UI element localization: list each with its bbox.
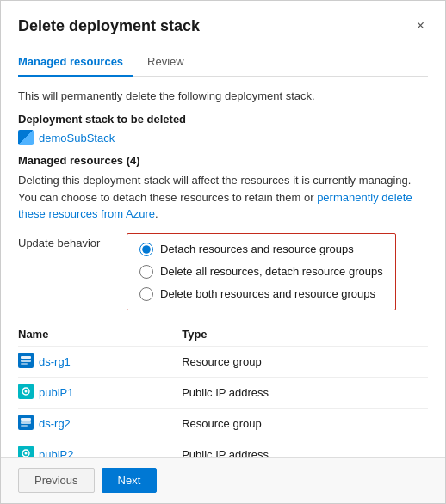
radio-option-delete-all[interactable]: Delete all resources, detach resource gr… bbox=[139, 265, 383, 279]
radio-group: Detach resources and resource groups Del… bbox=[127, 233, 396, 310]
tab-managed-resources[interactable]: Managed resources bbox=[18, 48, 133, 77]
radio-detach[interactable] bbox=[139, 243, 153, 256]
resource-type: Public IP address bbox=[182, 439, 428, 457]
resource-name-cell: publP2 bbox=[18, 439, 182, 457]
previous-button[interactable]: Previous bbox=[18, 468, 95, 493]
svg-point-13 bbox=[25, 452, 28, 454]
resource-type: Resource group bbox=[182, 346, 428, 377]
update-behavior-label: Update behavior bbox=[18, 233, 113, 249]
managed-resources-label: Managed resources (4) bbox=[18, 154, 428, 167]
stack-icon bbox=[18, 130, 34, 145]
table-row: ds-rg1Resource group bbox=[18, 346, 428, 377]
resource-type: Resource group bbox=[182, 408, 428, 439]
radio-detach-label: Detach resources and resource groups bbox=[160, 243, 354, 255]
resource-group-icon bbox=[18, 353, 34, 371]
dialog-title: Delete deployment stack bbox=[18, 17, 200, 35]
close-button[interactable]: × bbox=[413, 15, 428, 37]
radio-option-detach[interactable]: Detach resources and resource groups bbox=[139, 243, 383, 256]
deployment-stack-label: Deployment stack to be deleted bbox=[18, 113, 428, 126]
svg-point-6 bbox=[25, 390, 28, 392]
resource-type: Public IP address bbox=[182, 377, 428, 408]
radio-delete-both[interactable] bbox=[139, 287, 153, 301]
svg-rect-10 bbox=[21, 425, 28, 427]
svg-rect-3 bbox=[21, 363, 28, 365]
svg-rect-2 bbox=[21, 360, 31, 362]
svg-rect-9 bbox=[21, 421, 31, 424]
dialog-footer: Previous Next bbox=[1, 457, 445, 503]
svg-rect-11 bbox=[18, 446, 34, 457]
resource-name-cell: ds-rg1 bbox=[18, 346, 182, 377]
tab-review[interactable]: Review bbox=[147, 48, 195, 77]
svg-rect-1 bbox=[21, 356, 31, 359]
managed-description: Deleting this deployment stack will affe… bbox=[18, 172, 428, 223]
svg-rect-8 bbox=[21, 418, 31, 421]
resource-name-cell: publP1 bbox=[18, 377, 182, 408]
radio-delete-all-label: Delete all resources, detach resource gr… bbox=[160, 265, 383, 278]
radio-delete-all[interactable] bbox=[139, 265, 153, 279]
delete-deployment-stack-dialog: Delete deployment stack × Managed resour… bbox=[0, 0, 446, 504]
dialog-body: This will permanently delete the followi… bbox=[1, 77, 445, 457]
table-row: ds-rg2Resource group bbox=[18, 408, 428, 439]
resource-name-cell: ds-rg2 bbox=[18, 408, 182, 439]
col-name: Name bbox=[18, 323, 182, 347]
table-row: publP2Public IP address bbox=[18, 439, 428, 457]
resource-group-icon bbox=[18, 415, 34, 433]
next-button[interactable]: Next bbox=[102, 468, 158, 493]
resource-name[interactable]: publP1 bbox=[39, 386, 73, 399]
resource-name[interactable]: ds-rg2 bbox=[39, 417, 71, 430]
stack-name-link[interactable]: demoSubStack bbox=[39, 132, 115, 144]
resources-table: Name Type ds-rg1Resource group publP1Pub… bbox=[18, 323, 428, 457]
radio-option-delete-both[interactable]: Delete both resources and resource group… bbox=[139, 287, 383, 301]
stack-link-row: demoSubStack bbox=[18, 130, 428, 145]
dialog-header: Delete deployment stack × bbox=[1, 1, 445, 37]
resource-name[interactable]: ds-rg1 bbox=[39, 355, 71, 368]
ip-address-icon bbox=[18, 446, 34, 457]
tab-bar: Managed resources Review bbox=[18, 47, 428, 77]
col-type: Type bbox=[182, 323, 428, 347]
managed-description-text2: . bbox=[155, 207, 158, 220]
ip-address-icon bbox=[18, 384, 34, 402]
update-behavior-row: Update behavior Detach resources and res… bbox=[18, 233, 428, 310]
table-row: publP1Public IP address bbox=[18, 377, 428, 408]
radio-delete-both-label: Delete both resources and resource group… bbox=[160, 287, 375, 300]
resource-name[interactable]: publP2 bbox=[39, 448, 73, 457]
info-text: This will permanently delete the followi… bbox=[18, 89, 428, 104]
